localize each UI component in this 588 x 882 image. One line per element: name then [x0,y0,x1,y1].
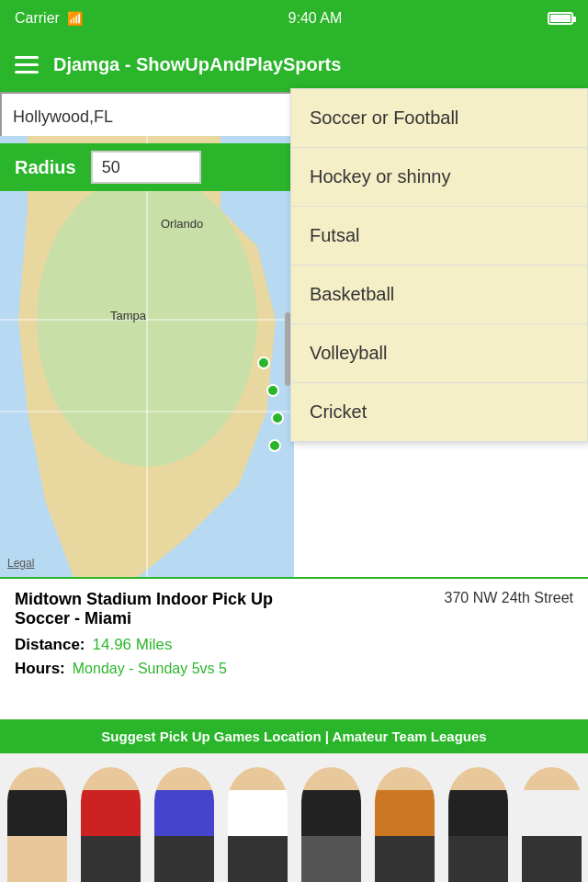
svg-text:Orlando: Orlando [161,217,203,231]
person-silhouette-6 [375,767,435,882]
battery-icon [548,12,573,25]
person-silhouette-4 [228,767,288,882]
person-silhouette-8 [522,767,582,882]
radius-label: Radius [15,157,76,178]
person-1 [0,763,74,882]
svg-text:Tampa: Tampa [110,309,147,322]
person-silhouette-2 [81,767,141,882]
carrier-text: Carrier [15,10,60,27]
map-dot-3 [271,412,284,424]
map-area: Orlando Tampa Legal [0,136,294,577]
dropdown-item-volleyball[interactable]: Volleyball [291,324,587,383]
legal-link[interactable]: Legal [7,557,34,570]
time-text: 9:40 AM [288,10,343,27]
person-5 [294,763,368,882]
dropdown-item-soccer[interactable]: Soccer or Football [291,89,587,148]
result-address: 370 NW 24th Street [444,590,573,606]
person-6 [368,763,441,882]
hamburger-line-3 [15,71,39,74]
status-bar: Carrier 📶 9:40 AM [0,0,588,37]
hours-label: Hours: [15,660,65,678]
result-distance-row: Distance: 14.96 Miles [15,636,573,654]
person-silhouette-3 [154,767,214,882]
map-svg: Orlando Tampa [0,136,294,577]
cta-text: Suggest Pick Up Games Location | Amateur… [101,729,486,744]
distance-value: 14.96 Miles [93,636,173,654]
person-7 [441,763,514,882]
dropdown-item-basketball[interactable]: Basketball [291,266,587,324]
person-3 [147,763,220,882]
person-silhouette-5 [301,767,361,882]
person-2 [74,763,147,882]
wifi-icon: 📶 [67,11,83,26]
hamburger-line-2 [15,63,39,66]
location-input[interactable] [0,92,294,142]
hours-value: Monday - Sunday 5vs 5 [73,661,227,677]
result-header: Midtown Stadium Indoor Pick Up Soccer - … [15,590,573,628]
app-title: Djamga - ShowUpAndPlaySports [53,54,341,75]
sports-dropdown: Soccer or Football Hockey or shinny Futs… [290,88,588,442]
person-silhouette-1 [7,767,67,882]
dropdown-item-cricket[interactable]: Cricket [291,383,587,441]
hamburger-line-1 [15,56,39,59]
battery-fill [550,15,571,22]
result-name: Midtown Stadium Indoor Pick Up Soccer - … [15,590,290,628]
nav-bar: Djamga - ShowUpAndPlaySports [0,37,588,92]
person-8 [514,763,588,882]
status-left: Carrier 📶 [15,10,83,27]
hamburger-menu[interactable] [15,56,39,74]
map-dot-4 [268,439,281,452]
bottom-cta[interactable]: Suggest Pick Up Games Location | Amateur… [0,719,588,753]
result-hours-row: Hours: Monday - Sunday 5vs 5 [15,660,573,678]
map-dot-1 [257,356,270,369]
distance-label: Distance: [15,636,85,654]
people-strip [0,753,588,882]
radius-input[interactable] [91,151,201,184]
dropdown-item-hockey[interactable]: Hockey or shinny [291,148,587,207]
map-dot-2 [266,384,279,397]
person-4 [220,763,294,882]
dropdown-item-futsal[interactable]: Futsal [291,207,587,266]
person-silhouette-7 [448,767,508,882]
